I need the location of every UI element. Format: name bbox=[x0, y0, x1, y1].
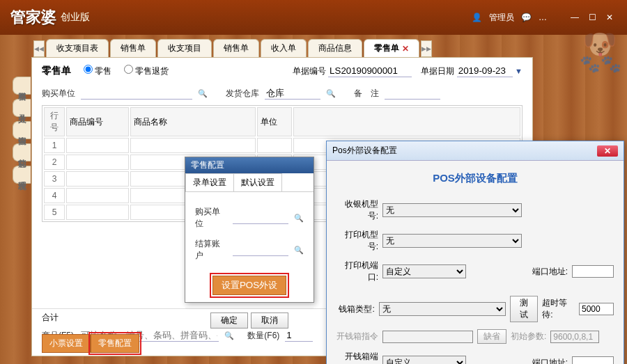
popup-cancel-button[interactable]: 取消 bbox=[251, 312, 288, 329]
printer-port-select[interactable]: 自定义 bbox=[382, 264, 466, 278]
tab-item[interactable]: 收入单 bbox=[261, 39, 307, 57]
init-label: 初始参数: bbox=[511, 331, 546, 342]
popup-title: 零售配置 bbox=[185, 157, 314, 173]
paw-decoration: 🐾🐾 bbox=[580, 54, 621, 74]
close-icon[interactable]: ✕ bbox=[603, 13, 617, 22]
remark-input[interactable] bbox=[385, 87, 440, 100]
drawer-port-label: 开钱箱端口: bbox=[336, 351, 378, 364]
retail-config-tab[interactable]: 零售配置 bbox=[91, 334, 139, 353]
tab-item[interactable]: 收支项目表 bbox=[46, 39, 109, 57]
radio-retail[interactable]: 零售 bbox=[84, 66, 111, 76]
radio-return[interactable]: 零售退货 bbox=[124, 66, 169, 76]
buyer-input[interactable] bbox=[81, 87, 192, 100]
document-tabs: ◀◀ 收支项目表 销售单 收支项目 销售单 收入单 商品信息 零售单 ✕ ▶▶ bbox=[0, 35, 627, 57]
printer-label: 打印机型号: bbox=[336, 229, 378, 253]
popup-buyer-input[interactable] bbox=[233, 212, 288, 224]
timeout-label: 超时等待: bbox=[542, 297, 575, 321]
printer-select[interactable]: 无 bbox=[382, 234, 522, 248]
pos-model-select[interactable]: 无 bbox=[382, 203, 522, 217]
app-title: 管家婆 bbox=[10, 7, 56, 28]
side-nav: 基本资料 业务录入 报表查询 其它功能 系统管理 bbox=[13, 77, 31, 188]
printer-port-addr-input[interactable] bbox=[572, 265, 614, 278]
side-tab-report[interactable]: 报表查询 bbox=[13, 121, 31, 139]
popup-buyer-label: 购买单位 bbox=[195, 206, 227, 230]
popup-ok-button[interactable]: 确定 bbox=[210, 312, 248, 329]
default-button: 缺省 bbox=[477, 329, 506, 344]
timeout-input[interactable] bbox=[579, 303, 614, 315]
lookup-icon[interactable]: 🔍 bbox=[294, 214, 304, 223]
drawer-test-button[interactable]: 测试 bbox=[510, 296, 538, 322]
warehouse-input[interactable] bbox=[265, 87, 320, 100]
docno-input[interactable] bbox=[328, 65, 412, 77]
receipt-settings-tab[interactable]: 小票设置 bbox=[42, 334, 91, 353]
warehouse-label: 发货仓库 bbox=[226, 88, 259, 100]
date-label: 单据日期 bbox=[421, 66, 454, 76]
drawer-cmd-input bbox=[382, 331, 473, 343]
col-code: 商品编号 bbox=[66, 107, 129, 136]
maximize-icon[interactable]: ☐ bbox=[585, 13, 599, 22]
drawer-port-select[interactable]: 自定义 bbox=[382, 356, 466, 364]
col-rownum: 行号 bbox=[44, 107, 65, 136]
drawer-cmd-label: 开钱箱指令 bbox=[336, 331, 378, 342]
title-bar: 管家婆 创业版 👤 管理员 💬 … — ☐ ✕ bbox=[0, 0, 627, 35]
dialog-close-icon[interactable]: ✕ bbox=[597, 145, 618, 157]
drawer-select[interactable]: 无 bbox=[379, 302, 506, 316]
popup-tab-default[interactable]: 默认设置 bbox=[233, 173, 282, 191]
drawer-port-addr-input[interactable] bbox=[572, 356, 614, 364]
side-tab-system[interactable]: 系统管理 bbox=[13, 166, 31, 184]
tab-item[interactable]: 销售单 bbox=[213, 39, 259, 57]
tab-item[interactable]: 销售单 bbox=[110, 39, 156, 57]
port-addr-label: 端口地址: bbox=[532, 266, 568, 278]
pos-model-label: 收银机型号: bbox=[336, 198, 378, 222]
pos-dialog-title: Pos外部设备配置 bbox=[332, 145, 397, 157]
init-input bbox=[550, 331, 599, 343]
tab-item-active[interactable]: 零售单 ✕ bbox=[364, 39, 419, 57]
col-unit: 单位 bbox=[257, 107, 292, 136]
tab-item[interactable]: 商品信息 bbox=[308, 39, 362, 57]
date-dropdown-icon[interactable]: ▼ bbox=[515, 67, 522, 75]
col-name: 商品名称 bbox=[130, 107, 256, 136]
docno-label: 单据编号 bbox=[293, 66, 326, 76]
date-input[interactable] bbox=[457, 65, 513, 77]
pos-settings-button[interactable]: 设置POS外设 bbox=[212, 276, 286, 295]
drawer-label: 钱箱类型: bbox=[336, 303, 375, 315]
popup-account-label: 结算账户 bbox=[195, 238, 227, 262]
lookup-icon[interactable]: 🔍 bbox=[326, 89, 336, 98]
pos-heading: POS外部设备配置 bbox=[336, 168, 614, 195]
minimize-icon[interactable]: — bbox=[568, 13, 582, 22]
wechat-icon[interactable]: 💬 bbox=[521, 13, 532, 22]
port-addr-label: 端口地址: bbox=[532, 357, 568, 365]
user-icon: 👤 bbox=[472, 13, 482, 22]
pos-device-dialog: Pos外部设备配置 ✕ POS外部设备配置 收银机型号:无 打印机型号:无 打印… bbox=[326, 141, 624, 364]
app-subtitle: 创业版 bbox=[61, 11, 90, 24]
lookup-icon[interactable]: 🔍 bbox=[198, 89, 208, 98]
buyer-label: 购买单位 bbox=[42, 88, 75, 100]
tabs-next-icon[interactable]: ▶▶ bbox=[421, 40, 432, 57]
side-tab-entry[interactable]: 业务录入 bbox=[13, 99, 31, 117]
lookup-icon[interactable]: 🔍 bbox=[294, 246, 304, 255]
printer-port-label: 打印机端口: bbox=[336, 260, 378, 283]
popup-tab-entry[interactable]: 录单设置 bbox=[185, 173, 233, 191]
ellipsis-icon[interactable]: … bbox=[539, 13, 547, 22]
side-tab-basic[interactable]: 基本资料 bbox=[13, 77, 31, 95]
tab-close-icon[interactable]: ✕ bbox=[402, 44, 409, 54]
tab-item[interactable]: 收支项目 bbox=[157, 39, 212, 57]
remark-label: 备 注 bbox=[354, 88, 379, 100]
popup-account-input[interactable] bbox=[233, 244, 288, 256]
panel-title: 零售单 bbox=[42, 65, 71, 77]
tabs-prev-icon[interactable]: ◀◀ bbox=[33, 40, 45, 57]
user-label: 管理员 bbox=[489, 12, 514, 24]
retail-config-popup: 零售配置 录单设置 默认设置 购买单位🔍 结算账户🔍 设置POS外设 确定 取消 bbox=[185, 157, 314, 303]
side-tab-other[interactable]: 其它功能 bbox=[13, 143, 31, 161]
